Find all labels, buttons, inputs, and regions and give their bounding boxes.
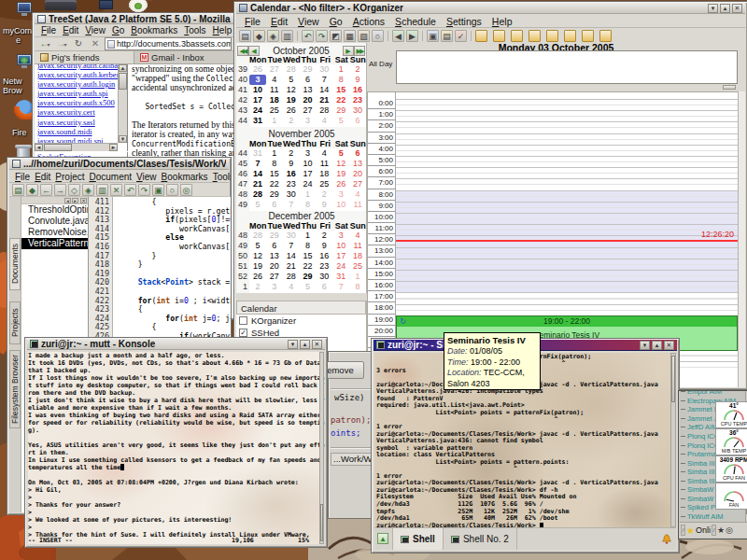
day-cell[interactable]: 4 (283, 282, 300, 292)
sidebar-vertical-scrollbar[interactable]: ▲ ▼ (118, 64, 127, 143)
day-cell[interactable]: 5 (249, 241, 266, 251)
day-cell[interactable]: 8 (300, 200, 317, 210)
menu-item[interactable]: Tools (211, 171, 232, 183)
day-cell[interactable]: 21 (316, 95, 332, 105)
day-cell[interactable]: 26 (249, 272, 266, 282)
sidebar-tab[interactable]: Documents (9, 238, 21, 290)
menu-item[interactable]: Go (109, 24, 127, 36)
day-cell[interactable]: 4 (349, 231, 366, 241)
day-cell[interactable]: 3 (249, 75, 266, 85)
session-tab[interactable]: Shell (393, 528, 444, 550)
day-cell[interactable]: 2 (283, 148, 300, 159)
back-icon[interactable]: ◀ (392, 30, 404, 42)
day-cell[interactable]: 30 (283, 231, 300, 241)
day-cell[interactable]: 15 (332, 85, 349, 95)
day-cell[interactable]: 29 (332, 105, 349, 116)
day-cell[interactable]: 7 (332, 282, 349, 292)
scrollbar-thumb[interactable] (119, 73, 127, 90)
desktop-icon-document[interactable] (99, 0, 113, 9)
day-cell[interactable]: 28 (249, 189, 266, 200)
scrollbar-thumb[interactable] (320, 504, 323, 541)
close-button[interactable]: ✕ (732, 4, 742, 13)
day-cell[interactable]: 30 (316, 64, 332, 75)
day-cell[interactable]: 20 (349, 169, 366, 179)
day-cell[interactable]: 6 (300, 75, 317, 85)
day-cell[interactable]: 30 (316, 272, 332, 282)
day-cell[interactable]: 26 (283, 105, 300, 116)
day-cell[interactable]: 7 (283, 200, 300, 210)
day-cell[interactable]: 6 (316, 282, 332, 292)
show-offline-icon[interactable]: ★ (717, 525, 725, 535)
scroll-up-button[interactable]: ▲ (119, 64, 127, 72)
scroll-right-button[interactable]: ► (109, 144, 118, 151)
day-cell[interactable]: 20 (266, 261, 283, 272)
prev-doc-button[interactable]: ◂ (64, 198, 71, 203)
desktop-icon-network-browser[interactable] (17, 54, 32, 75)
day-cell[interactable]: 3 (332, 189, 349, 200)
agenda-scrollbar[interactable] (738, 91, 745, 387)
paste-icon[interactable]: ▧ (358, 30, 370, 42)
shell-scrollbar[interactable] (670, 353, 676, 527)
day-cell[interactable]: 30 (283, 189, 300, 200)
new-event-icon[interactable]: ▤ (239, 30, 251, 42)
day-cell[interactable]: 29 (300, 272, 317, 282)
day-cell[interactable]: 28 (249, 231, 266, 241)
day-cell[interactable]: 21 (249, 179, 266, 189)
menu-item[interactable]: Document (87, 171, 134, 183)
next-year-button[interactable]: ▶▶ (354, 46, 365, 56)
day-cell[interactable]: 16 (349, 85, 366, 95)
minimize-button[interactable]: ▾ (708, 4, 718, 13)
online-filter-label[interactable]: Onli (696, 525, 711, 535)
day-cell[interactable]: 19 (283, 95, 300, 105)
minimize-button[interactable]: ▾ (288, 340, 298, 349)
day-cell[interactable]: 2 (349, 64, 366, 75)
day-cell[interactable]: 11 (266, 85, 283, 95)
day-cell[interactable]: 2 (283, 116, 300, 126)
menu-item[interactable]: File (38, 24, 59, 36)
day-cell[interactable]: 24 (249, 105, 266, 116)
day-cell[interactable]: 3 (300, 148, 317, 159)
menu-item[interactable]: Edit (266, 15, 292, 28)
day-cell[interactable]: 27 (266, 64, 283, 75)
day-cell[interactable]: 8 (349, 282, 366, 292)
mutt-titlebar[interactable]: zuri@jr:~ - mutt - Konsole ▾ ▴ ✕ (27, 339, 325, 350)
day-cell[interactable]: 25 (266, 105, 283, 116)
day-cell[interactable]: 6 (266, 241, 283, 251)
document-list-item[interactable]: VerticalPatterns.java (21, 238, 88, 249)
bookmark-icon[interactable]: ◇ (68, 184, 80, 196)
new-file-icon[interactable]: ▤ (12, 184, 24, 196)
day-cell[interactable]: 14 (316, 85, 332, 95)
day-cell[interactable]: 19 (332, 169, 349, 179)
day-cell[interactable]: 5 (249, 200, 266, 210)
day-cell[interactable]: 8 (266, 159, 283, 169)
bookmark-toggle-icon[interactable]: ◈ (82, 184, 94, 196)
undo-icon[interactable]: ↶ (124, 184, 136, 196)
day-cell[interactable]: 11 (349, 241, 366, 251)
day-cell[interactable]: 7 (249, 159, 266, 169)
package-link[interactable]: javax.security.auth.login (37, 79, 118, 89)
open-icon[interactable]: ◆ (253, 30, 265, 42)
package-icon[interactable]: ◈ (267, 30, 279, 42)
forward-icon[interactable]: ▶ (406, 30, 418, 42)
menu-item[interactable]: Help (487, 15, 517, 28)
next3days-view-icon[interactable] (546, 30, 558, 42)
day-cell[interactable]: 29 (300, 64, 317, 75)
day-cell[interactable]: 9 (316, 200, 332, 210)
day-cell[interactable]: 10 (332, 241, 349, 251)
month-view-icon[interactable] (564, 30, 576, 42)
day-cell[interactable]: 13 (300, 85, 317, 95)
day-cell[interactable]: 6 (349, 116, 366, 126)
list-view-icon[interactable] (582, 30, 594, 42)
maximize-button[interactable]: ▴ (652, 341, 662, 350)
menu-item[interactable]: Edit (60, 24, 81, 36)
all-day-events-box[interactable] (396, 50, 738, 84)
previous-year-button[interactable]: ◀◀ (237, 46, 248, 56)
contact-list-item[interactable]: TkWuff AIM (680, 512, 745, 522)
day-cell[interactable]: 1 (300, 189, 317, 200)
day-cell[interactable]: 5 (332, 148, 349, 159)
day-cell[interactable]: 27 (300, 105, 317, 116)
open-file-icon[interactable]: ◆ (26, 184, 38, 196)
day-cell[interactable]: 12 (332, 159, 349, 169)
day-cell[interactable]: 21 (283, 261, 300, 272)
minimize-button[interactable]: ▾ (640, 341, 650, 350)
